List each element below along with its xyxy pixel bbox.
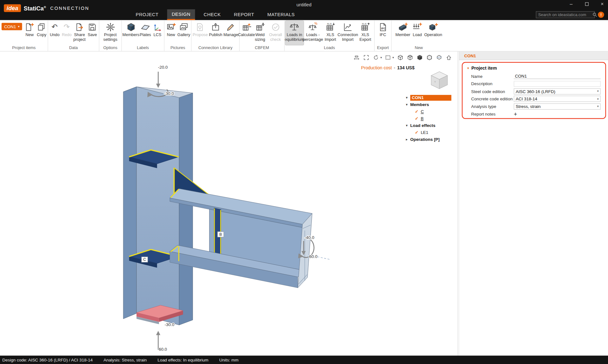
svg-text:XLS: XLS: [362, 22, 367, 25]
ifc-export-button[interactable]: IFC IFC: [377, 21, 389, 45]
transparent-view-icon[interactable]: [426, 54, 433, 60]
tab-materials[interactable]: MATERIALS: [263, 9, 299, 20]
project-item-section: ▾ Project item Name Description Steel co…: [462, 62, 606, 119]
status-bar: Design code: AISC 360-16 (LRFD) / ACI 31…: [0, 355, 608, 364]
column-member[interactable]: [123, 87, 193, 325]
load-label-top-moment: -30.0: [164, 91, 174, 96]
xls-export-button[interactable]: XLS XLS Export: [357, 21, 373, 45]
tree-group-operations[interactable]: ▸ Operations [P]: [405, 136, 451, 143]
tab-check[interactable]: CHECK: [199, 9, 225, 20]
labels-lcs-toggle[interactable]: LCS: [152, 21, 163, 45]
checkbox-checked-icon[interactable]: ✓: [415, 130, 419, 135]
name-input[interactable]: [514, 73, 601, 79]
chevron-down-icon[interactable]: ▾: [405, 123, 409, 127]
tab-project[interactable]: PROJECT: [131, 9, 163, 20]
copy-project-item-button[interactable]: Copy: [36, 21, 48, 45]
lcs-axes-icon: [152, 22, 163, 33]
close-icon[interactable]: ×: [599, 2, 605, 7]
loads-percentage-toggle[interactable]: % Loads - percentage: [304, 21, 322, 45]
add-report-note-button[interactable]: +: [514, 111, 517, 117]
window-title: untitled: [0, 2, 608, 7]
chevron-down-icon[interactable]: ▾: [381, 56, 382, 59]
manage-button[interactable]: Manage: [223, 21, 239, 45]
concrete-code-select[interactable]: ACI 318-14 ▾: [514, 96, 601, 102]
chevron-right-icon[interactable]: ▸: [405, 137, 409, 141]
save-button[interactable]: Save: [86, 21, 98, 45]
save-icon: [87, 22, 97, 33]
labels-plates-toggle[interactable]: Plates: [140, 21, 151, 45]
member-badge-column[interactable]: C: [142, 257, 148, 262]
chevron-down-icon: ▾: [597, 90, 599, 93]
shaded-view-icon[interactable]: [406, 54, 413, 60]
model-viewport: -20.0 -30.0 -40.0 60.0 -30.0 60.0 B C ▾ …: [0, 52, 458, 356]
tree-item-member-c[interactable]: ✓ C: [405, 108, 451, 115]
chevron-down-icon[interactable]: ▾: [405, 96, 409, 99]
tree-item-member-b[interactable]: ✓ B: [405, 115, 451, 122]
analysis-type-select[interactable]: Stress, strain ▾: [514, 103, 601, 110]
publish-button[interactable]: Publish: [208, 21, 223, 45]
titlebar: untitled – × idea StatiCa® CONNECTION PR…: [0, 0, 608, 20]
solid-view-icon[interactable]: [416, 54, 423, 60]
member-badge-beam[interactable]: B: [218, 232, 224, 237]
zoom-window-icon[interactable]: [385, 54, 392, 60]
connection-import-button[interactable]: Connection Import: [339, 21, 357, 45]
share-project-button[interactable]: Share project: [73, 21, 86, 45]
loads-in-equilibrium-toggle[interactable]: Loads in equilibrium: [285, 21, 304, 45]
tree-group-members[interactable]: ▾ Members: [405, 101, 451, 108]
chevron-down-icon[interactable]: ▾: [405, 103, 409, 106]
document-plus-icon: [24, 22, 35, 33]
checkbox-checked-icon[interactable]: ✓: [415, 116, 419, 121]
tab-design[interactable]: DESIGN: [167, 9, 195, 20]
rotate-view-icon[interactable]: [373, 54, 380, 60]
model-3d-view[interactable]: -20.0 -30.0 -40.0 60.0 -30.0 60.0 B C: [0, 52, 458, 356]
fit-view-icon[interactable]: [363, 54, 370, 60]
new-project-item-button[interactable]: New: [24, 21, 35, 45]
project-settings-button[interactable]: Project settings: [100, 21, 121, 45]
gallery-button[interactable]: Gallery: [177, 21, 190, 45]
svg-text:XLS: XLS: [327, 22, 332, 25]
dimensions-icon[interactable]: [353, 54, 360, 60]
chevron-down-icon[interactable]: ▾: [467, 66, 469, 70]
minimize-icon[interactable]: –: [568, 2, 574, 7]
chevron-down-icon[interactable]: ▾: [393, 56, 394, 59]
new-operation-button[interactable]: Operation: [424, 21, 443, 45]
section-view-icon[interactable]: [435, 54, 442, 60]
chevron-down-icon: ▾: [597, 105, 599, 108]
section-header[interactable]: ▾ Project item: [467, 65, 601, 72]
navigation-cube[interactable]: Y: [428, 69, 451, 93]
new-member-button[interactable]: Member: [394, 21, 411, 45]
search-input[interactable]: [536, 12, 592, 17]
wireframe-view-icon[interactable]: [397, 54, 404, 60]
ribbon-group-pictures: New Gallery Pictures: [164, 20, 192, 51]
ribbon-group-label: Pictures: [164, 45, 191, 51]
notification-icon[interactable]: !: [598, 12, 604, 18]
xls-import-button[interactable]: XLS XLS Import: [322, 21, 338, 45]
description-input[interactable]: [514, 81, 601, 86]
calculate-button[interactable]: Calculate: [240, 21, 253, 45]
tree-group-load-effects[interactable]: ▾ Load effects: [405, 122, 451, 129]
tab-report[interactable]: REPORT: [229, 9, 259, 20]
idea-statica-connection-window: untitled – × idea StatiCa® CONNECTION PR…: [0, 0, 608, 364]
new-picture-button[interactable]: New: [165, 21, 177, 45]
project-item-selector[interactable]: CON1 ▾: [2, 23, 22, 30]
labels-members-toggle[interactable]: Members: [123, 21, 139, 45]
new-load-button[interactable]: Load: [412, 21, 423, 45]
search-icon[interactable]: [592, 12, 597, 17]
checkbox-checked-icon[interactable]: ✓: [415, 109, 419, 114]
tree-item-le1[interactable]: ✓ LE1: [405, 129, 451, 136]
project-tree: ▾ CON1 ▾ Members ✓ C ✓ B ▾ Load effects …: [405, 94, 451, 143]
pencil-icon: [226, 22, 236, 33]
tree-item-con1[interactable]: ▾ CON1: [405, 94, 451, 101]
status-units: Units: mm: [219, 358, 239, 362]
undo-button[interactable]: ↶ Undo: [49, 21, 61, 45]
main-menu: PROJECT DESIGN CHECK REPORT MATERIALS: [131, 9, 299, 20]
gallery-icon: [179, 22, 189, 33]
publish-icon: [211, 22, 221, 33]
home-view-icon[interactable]: [445, 54, 452, 60]
propose-button: Propose: [192, 21, 208, 45]
search-box[interactable]: [536, 11, 595, 18]
steel-code-select[interactable]: AISC 360-16 (LRFD) ▾: [514, 88, 601, 95]
maximize-icon[interactable]: [584, 2, 589, 7]
weld-sizing-button[interactable]: Weld sizing: [253, 21, 267, 45]
field-row-concrete-code: Concrete code edition ACI 318-14 ▾: [471, 95, 601, 103]
